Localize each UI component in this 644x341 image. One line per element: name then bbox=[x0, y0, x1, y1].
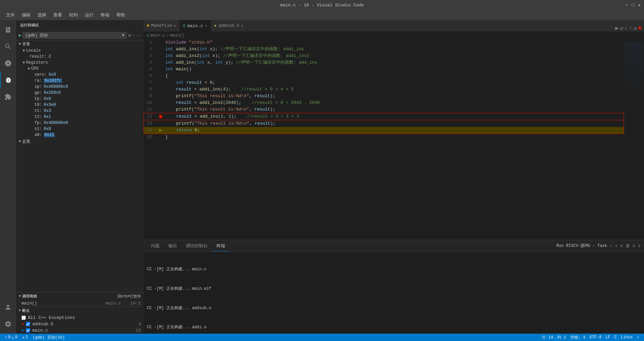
tab-main-c-close[interactable]: ✕ bbox=[205, 24, 207, 28]
menu-file[interactable]: 文件 bbox=[3, 11, 17, 19]
code-line-6[interactable]: 6 { bbox=[144, 73, 624, 79]
code-line-7[interactable]: 7 int result = 0; bbox=[144, 79, 624, 86]
tab-makefile-close[interactable]: ✕ bbox=[174, 24, 176, 28]
panel-tab-output[interactable]: 输出 bbox=[164, 241, 181, 251]
tab-addsub[interactable]: ● addsub.S ✕ bbox=[211, 20, 247, 31]
menu-run[interactable]: 运行 bbox=[82, 11, 96, 19]
status-encoding[interactable]: UTF-8 bbox=[587, 335, 603, 340]
bp-addsub-checkbox[interactable] bbox=[26, 322, 30, 326]
code-line-4[interactable]: 4 int add_ins(int x, int y); //声明一下汇编语言中… bbox=[144, 59, 624, 66]
status-line[interactable]: 行 14，列 1 bbox=[540, 335, 568, 340]
code-line-14[interactable]: 14 ▷ return 0; bbox=[144, 127, 624, 134]
activity-settings[interactable] bbox=[0, 316, 16, 332]
tab-addsub-close[interactable]: ✕ bbox=[241, 24, 244, 28]
status-eol[interactable]: LF bbox=[603, 335, 612, 340]
debug-config-selector[interactable]: (gdb) 启动 ▼ bbox=[22, 32, 127, 39]
menu-goto[interactable]: 转到 bbox=[66, 11, 80, 19]
panel-action-up[interactable]: ∧ bbox=[633, 243, 635, 249]
bp-all-cpp[interactable]: All C++ Exceptions bbox=[16, 315, 144, 321]
locals-header[interactable]: ▼ Locals bbox=[16, 48, 144, 54]
reg-a0[interactable]: a0: 0x11 bbox=[16, 132, 144, 138]
panel-action-down[interactable]: ∨ bbox=[638, 243, 641, 249]
callstack-main[interactable]: main() main.c 14:1 bbox=[16, 300, 144, 306]
status-remote[interactable]: ⚡ bbox=[635, 335, 641, 340]
reg-gp[interactable]: gp: 0x268c0 bbox=[16, 90, 144, 96]
reg-zero[interactable]: zero: 0x0 bbox=[16, 72, 144, 78]
maximize-button[interactable]: □ bbox=[632, 2, 634, 8]
menu-view[interactable]: 查看 bbox=[51, 11, 65, 19]
menu-edit[interactable]: 编辑 bbox=[19, 11, 33, 19]
debug-settings-icon[interactable]: ⚙ bbox=[128, 32, 131, 38]
panel-action-plus[interactable]: + bbox=[615, 244, 618, 249]
minimize-button[interactable]: ─ bbox=[626, 2, 628, 8]
close-button[interactable]: ✕ bbox=[638, 2, 641, 8]
activity-extensions[interactable] bbox=[0, 89, 16, 105]
bp-addsub[interactable]: ● addsub.S 4 bbox=[16, 321, 144, 327]
menu-select[interactable]: 选择 bbox=[35, 11, 49, 19]
tab-makefile[interactable]: M Makefile ✕ bbox=[144, 20, 180, 31]
code-line-8[interactable]: 8 result = addi_ins(4); //result = 9 = 4… bbox=[144, 86, 624, 93]
status-spaces[interactable]: 空格: 4 bbox=[568, 335, 588, 340]
bp-main-checkbox[interactable] bbox=[26, 328, 30, 333]
debug-icon-4[interactable]: ↑ bbox=[629, 25, 632, 31]
variables-header[interactable]: ▼ 变量 bbox=[16, 41, 144, 48]
activity-git[interactable] bbox=[0, 55, 16, 71]
debug-icon-5[interactable]: ↺ bbox=[634, 25, 637, 31]
code-line-1[interactable]: 1 #include "stdio.h" bbox=[144, 39, 624, 46]
debug-more-icon[interactable]: ··· bbox=[132, 33, 141, 38]
tab-main-c[interactable]: C main.c ✕ bbox=[180, 20, 211, 31]
bp-all-cpp-checkbox[interactable] bbox=[21, 316, 26, 320]
activity-explorer[interactable] bbox=[0, 22, 16, 38]
panel-tab-problems[interactable]: 问题 bbox=[147, 241, 164, 251]
breakpoint-dot-12[interactable] bbox=[159, 115, 162, 118]
breadcrumb-file[interactable]: main.c bbox=[151, 33, 165, 38]
reg-sp[interactable]: sp: 0x408006c0 bbox=[16, 84, 144, 90]
breakpoints-header[interactable]: ▼ 断点 bbox=[16, 307, 144, 315]
panel-action-slash[interactable]: ⊘ bbox=[621, 243, 623, 249]
code-line-9[interactable]: 9 printf("This result is:%d\n", result); bbox=[144, 93, 624, 99]
status-branch[interactable]: ✕ 1 bbox=[20, 335, 30, 340]
status-debug[interactable]: ⚡ 0 △ 0 bbox=[3, 335, 19, 340]
debug-icon-1[interactable]: ▶ bbox=[615, 25, 619, 31]
breadcrumb-func[interactable]: main() bbox=[170, 33, 184, 38]
activity-debug[interactable] bbox=[0, 72, 16, 88]
debug-play-icon[interactable]: ▶ bbox=[19, 33, 21, 38]
activity-search[interactable] bbox=[0, 39, 16, 55]
code-line-12[interactable]: 12 result = add_ins(1, 1); //result = 2 … bbox=[144, 113, 624, 120]
debug-icon-3[interactable]: ↓ bbox=[625, 25, 628, 31]
reg-s1[interactable]: s1: 0x0 bbox=[16, 126, 144, 132]
status-language[interactable]: C bbox=[612, 335, 619, 340]
reg-t1[interactable]: t1: 0x3 bbox=[16, 108, 144, 114]
reg-ra[interactable]: ra: 0x101fc bbox=[16, 78, 144, 84]
reg-t0[interactable]: t0: 0x3e8 bbox=[16, 102, 144, 108]
panel-tab-debug-console[interactable]: 调试控制台 bbox=[182, 241, 212, 251]
line-num-15: 15 bbox=[144, 134, 157, 141]
cpu-header[interactable]: ▼ CPU bbox=[16, 66, 144, 72]
debug-icon-2[interactable]: ↺ bbox=[620, 25, 623, 31]
debug-icon-6[interactable]: ■ bbox=[638, 25, 641, 31]
bp-main[interactable]: ● main.c 12 bbox=[16, 327, 144, 334]
code-line-5[interactable]: 5 int main() bbox=[144, 66, 624, 73]
code-line-2[interactable]: 2 int addi_ins(int x); //声明一下汇编语言中的函数: a… bbox=[144, 46, 624, 53]
code-line-11[interactable]: 11 printf("This result is:%d\n", result)… bbox=[144, 106, 624, 113]
code-line-10[interactable]: 10 result = addi_ins2(2048); //result = … bbox=[144, 99, 624, 106]
panel-action-trash[interactable]: 🗑 bbox=[626, 244, 630, 249]
local-result[interactable]: result: 2 bbox=[16, 54, 144, 60]
reg-tp[interactable]: tp: 0x0 bbox=[16, 96, 144, 102]
code-line-15[interactable]: 15 } bbox=[144, 134, 624, 141]
callstack-header[interactable]: ▼ 调用堆栈 回STEP已暂停 bbox=[16, 292, 144, 300]
code-line-13[interactable]: 13 printf("This result is:%d\n", result)… bbox=[144, 120, 624, 127]
panel-tab-terminal[interactable]: 终端 bbox=[212, 241, 229, 251]
registers-header[interactable]: ▼ Registers bbox=[16, 60, 144, 66]
status-debug-label[interactable]: (gdb) 启动(16) bbox=[31, 335, 67, 340]
watch-header[interactable]: ▼ 监视 bbox=[16, 138, 144, 145]
reg-t2[interactable]: t2: 0x1 bbox=[16, 114, 144, 120]
code-editor[interactable]: 1 #include "stdio.h" 2 int addi_ins(int … bbox=[144, 39, 644, 240]
code-line-3[interactable]: 3 int addi_ins2(int x); //声明一下汇编语言中的函数: … bbox=[144, 53, 624, 59]
status-os[interactable]: Linux bbox=[619, 335, 635, 340]
menu-terminal[interactable]: 终端 bbox=[98, 11, 112, 19]
activity-account[interactable] bbox=[0, 299, 16, 315]
menu-help[interactable]: 帮助 bbox=[114, 11, 128, 19]
reg-fp[interactable]: fp: 0x408006e0 bbox=[16, 120, 144, 126]
panel-action-check[interactable]: ✓ bbox=[610, 243, 612, 249]
